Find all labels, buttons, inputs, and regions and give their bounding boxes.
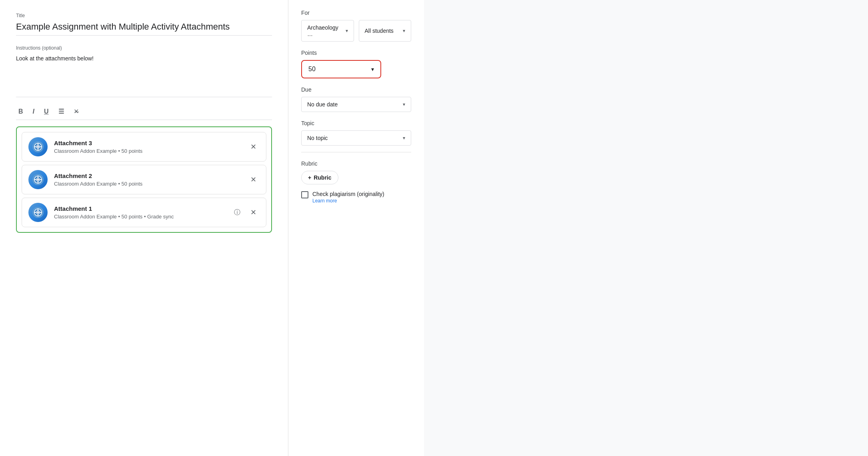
class-value: Archaeology … [307,24,342,37]
attachment-3-name: Attachment 3 [54,140,240,146]
for-label: For [301,10,411,16]
class-select[interactable]: Archaeology … ▾ [301,20,354,42]
topic-label: Topic [301,120,411,126]
title-input[interactable] [16,20,272,36]
due-date-select[interactable]: No due date ▾ [301,97,411,112]
info-attachment-1-button[interactable]: ⓘ [231,206,244,219]
plagiarism-section: Check plagiarism (originality) Learn mor… [301,191,411,204]
table-row: Attachment 2 Classroom Addon Example • 5… [22,165,266,194]
for-row: Archaeology … ▾ All students ▾ [301,20,411,42]
italic-button[interactable]: I [30,107,37,116]
clear-format-button[interactable]: ✕̶ [71,107,81,116]
attachment-1-info: Attachment 1 Classroom Addon Example • 5… [54,205,224,220]
class-chevron-icon: ▾ [346,28,348,34]
remove-attachment-3-button[interactable]: ✕ [247,140,260,153]
due-value: No due date [307,101,338,108]
add-rubric-button[interactable]: + Rubric [301,171,338,184]
points-select[interactable]: 50 ▾ [301,60,381,78]
rubric-btn-label: Rubric [314,174,331,181]
due-section: Due No due date ▾ [301,86,411,112]
addon-icon-1 [28,203,48,222]
due-label: Due [301,86,411,93]
attachment-2-info: Attachment 2 Classroom Addon Example • 5… [54,172,240,187]
attachments-container: Attachment 3 Classroom Addon Example • 5… [16,126,272,233]
instructions-section: Instructions (optional) Look at the atta… [16,45,272,97]
for-section: For Archaeology … ▾ All students ▾ [301,10,411,42]
topic-section: Topic No topic ▾ [301,120,411,152]
attachment-2-name: Attachment 2 [54,172,240,179]
points-section: Points 50 ▾ [301,50,411,78]
attachment-3-actions: ✕ [247,140,260,153]
svg-point-15 [37,179,39,181]
attachment-3-info: Attachment 3 Classroom Addon Example • 5… [54,140,240,154]
students-select[interactable]: All students ▾ [359,20,412,42]
list-button[interactable]: ☰ [56,107,66,116]
attachment-1-meta: Classroom Addon Example • 50 points • Gr… [54,214,224,220]
remove-attachment-1-button[interactable]: ✕ [247,206,260,219]
attachment-1-actions: ⓘ ✕ [231,206,260,219]
points-value: 50 [308,66,316,73]
title-label: Title [16,13,272,18]
table-row: Attachment 3 Classroom Addon Example • 5… [22,132,266,162]
title-section: Title [16,13,272,36]
main-panel: Title Instructions (optional) Look at th… [0,0,288,456]
points-label: Points [301,50,411,56]
table-row: Attachment 1 Classroom Addon Example • 5… [22,198,266,227]
attachment-2-meta: Classroom Addon Example • 50 points [54,181,240,187]
rubric-label: Rubric [301,160,411,167]
instructions-label: Instructions (optional) [16,45,272,51]
plagiarism-info: Check plagiarism (originality) Learn mor… [312,191,384,204]
attachment-3-meta: Classroom Addon Example • 50 points [54,148,240,154]
svg-point-7 [37,146,39,148]
students-value: All students [365,28,394,34]
attachment-2-actions: ✕ [247,173,260,186]
bold-button[interactable]: B [16,107,26,116]
addon-icon-3 [28,137,48,156]
plagiarism-checkbox[interactable] [301,191,308,198]
topic-chevron-icon: ▾ [403,135,405,141]
topic-value: No topic [307,135,328,141]
students-chevron-icon: ▾ [403,28,405,34]
plagiarism-label: Check plagiarism (originality) [312,191,384,197]
plus-icon: + [308,174,311,181]
right-panel: For Archaeology … ▾ All students ▾ Point… [288,0,424,456]
addon-icon-2 [28,170,48,189]
underline-button[interactable]: U [42,107,51,116]
due-chevron-icon: ▾ [403,102,405,107]
attachment-1-name: Attachment 1 [54,205,224,212]
instructions-input[interactable]: Look at the attachments below! [16,52,272,92]
rubric-section: Rubric + Rubric [301,160,411,184]
learn-more-link[interactable]: Learn more [312,198,384,204]
topic-select[interactable]: No topic ▾ [301,130,411,146]
svg-point-23 [37,212,39,214]
remove-attachment-2-button[interactable]: ✕ [247,173,260,186]
formatting-toolbar: B I U ☰ ✕̶ [16,104,272,120]
points-chevron-icon: ▾ [371,66,374,72]
